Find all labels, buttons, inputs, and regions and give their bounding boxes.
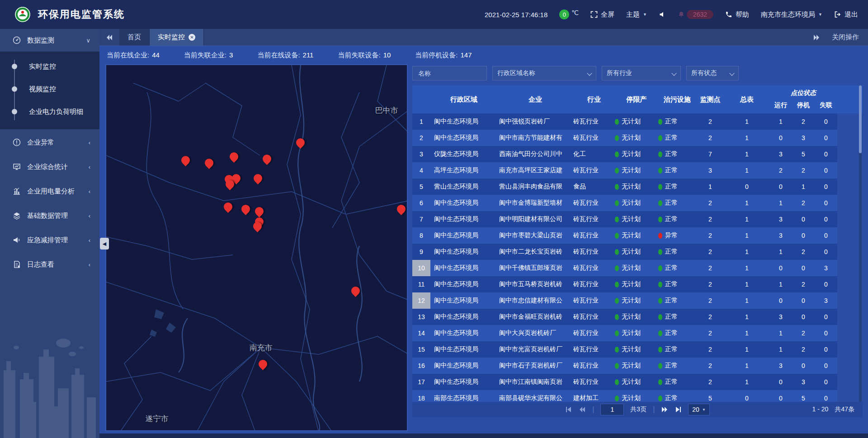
region-cell: 阆中生态环境局 [430,211,497,227]
first-page-button[interactable] [565,406,572,413]
region-select[interactable]: 行政区域名称 [492,66,596,80]
prev-page-button[interactable] [579,406,586,413]
theme-dropdown[interactable]: 主题▼ [626,10,647,19]
points-cell: 2 [696,325,724,341]
notification-count-badge: 2632 [687,10,713,19]
page-number-input[interactable] [600,404,624,415]
map-collapse-button[interactable]: ◀ [100,238,109,250]
next-page-button[interactable] [661,406,668,413]
table-row[interactable]: 10阆中生态环境局阆中千佛镇五郎垭页岩砖瓦行业无计划正常21003 [412,260,837,276]
offline-cell: 0 [815,113,837,130]
sidebar-item[interactable]: 企业综合统计‹ [0,155,99,178]
region-cell: 阆中生态环境局 [430,292,497,309]
sidebar-item[interactable]: 企业异常‹ [0,131,99,154]
company-cell: 阆中明阳建材有限公司 [497,211,573,227]
region-cell: 阆中生态环境局 [430,113,497,130]
running-cell: 0 [769,260,792,276]
tab-item[interactable]: 实时监控✕ [150,29,204,46]
table-row[interactable]: 13阆中生态环境局阆中市金福旺页岩机砖砖瓦行业无计划正常21300 [412,309,837,325]
status-dot-icon [615,265,619,271]
notification-area[interactable]: 2632 [678,10,713,19]
logout-button[interactable]: 退出 [834,10,858,19]
name-search-field[interactable] [417,69,482,77]
production-status-cell: 无计划 [615,113,658,130]
facility-status-cell: 正常 [658,276,696,292]
sidebar-item[interactable]: 企业用电量分析‹ [0,180,99,203]
status-select[interactable]: 所有状态 [686,66,739,80]
table-row[interactable]: 15阆中生态环境局阆中市光富页岩机砖厂砖瓦行业无计划正常21120 [412,341,837,358]
map-canvas[interactable]: 巴中市南充市遂宁市 [105,64,408,431]
last-page-button[interactable] [675,406,682,413]
table-row[interactable]: 4高坪生态环境局南充市高坪区王家店建砖瓦行业无计划正常31220 [412,162,837,179]
production-status-cell: 无计划 [615,374,658,390]
industry-select[interactable]: 所有行业 [602,66,681,80]
row-number-cell: 5 [412,179,430,195]
sidebar-item[interactable]: 日志查看‹ [0,253,99,276]
company-cell: 南充市高坪区王家店建 [497,162,573,179]
table-row[interactable]: 9阆中生态环境局阆中市二龙长宝页岩砖砖瓦行业无计划正常21120 [412,244,837,260]
table-row[interactable]: 16阆中生态环境局阆中市石子页岩机砖厂砖瓦行业无计划正常21300 [412,358,837,374]
meters-cell: 1 [724,146,769,162]
stat-item: 当前失联设备:10 [338,51,391,60]
production-status-label: 无计划 [622,394,641,402]
table-row[interactable]: 11阆中生态环境局阆中市五马桥页岩机砖砖瓦行业无计划正常21120 [412,276,837,292]
close-operations-button[interactable]: 关闭操作 [832,33,859,42]
mute-button[interactable] [659,11,666,18]
table-row[interactable]: 7阆中生态环境局阆中明阳建材有限公司砖瓦行业无计划正常21300 [412,211,837,227]
status-dot-icon [615,396,619,401]
tabs-scroll-left-button[interactable] [99,29,119,46]
divider: | [592,405,594,414]
table-row[interactable]: 18南部生态环境局南部县砚华水泥有限公建材加工无计划正常50050 [412,390,837,402]
stopped-cell: 1 [792,179,815,195]
sidebar-item[interactable]: 基础数据管理‹ [0,204,99,227]
sidebar-item[interactable]: 数据监测∨ [0,29,99,52]
industry-cell: 砖瓦行业 [573,309,615,325]
stopped-cell: 0 [792,227,815,244]
sidebar-subitem-active[interactable]: 实时监控 [0,55,99,78]
fullscreen-button[interactable]: 全屏 [590,10,614,19]
page-size-select[interactable]: 20▼ [688,404,710,415]
stat-value: 147 [461,51,472,60]
points-cell: 2 [696,113,724,130]
offline-cell: 3 [815,292,837,309]
last-page-icon [675,406,682,413]
status-dot-icon [658,379,662,385]
tabs-scroll-right-button[interactable] [813,34,820,41]
tab-close-icon[interactable]: ✕ [189,34,195,41]
status-dot-icon [658,200,662,206]
table-row[interactable]: 6阆中生态环境局阆中市金博瑞新型墙材砖瓦行业无计划正常21120 [412,195,837,211]
org-dropdown[interactable]: 南充市生态环境局▼ [761,10,822,19]
table-row[interactable]: 17阆中生态环境局阆中市江南镇阆南页岩砖瓦行业无计划正常21030 [412,374,837,390]
app-title: 环保用电监管系统 [38,8,125,21]
name-search-input[interactable] [412,66,487,80]
temperature-unit: ℃ [571,9,579,16]
stopped-cell: 2 [792,244,815,260]
table-row[interactable]: 14阆中生态环境局阆中大兴页岩机砖厂砖瓦行业无计划正常21120 [412,325,837,341]
company-cell: 西南油气田分公司川中 [497,146,573,162]
chevron-down-icon [671,71,676,75]
table-row[interactable]: 2阆中生态环境局阆中市南方节能建材有砖瓦行业无计划正常21030 [412,130,837,146]
sidebar-subitem[interactable]: 企业电力负荷明细 [0,100,99,123]
meters-cell: 1 [724,113,769,130]
table-row[interactable]: 1阆中生态环境局阆中强锐页岩砖厂砖瓦行业无计划正常21120 [412,113,837,130]
table-row[interactable]: 3仪陇生态环境局西南油气田分公司川中化工无计划正常71350 [412,146,837,162]
scrollbar-thumb[interactable] [859,85,862,153]
production-status-label: 无计划 [622,264,641,272]
sidebar-item-label: 企业异常 [27,138,89,147]
running-cell: 0 [769,292,792,309]
facility-status-cell: 正常 [658,341,696,358]
tab-item[interactable]: 首页 [119,29,150,46]
help-button[interactable]: 帮助 [725,10,749,19]
stat-label: 当前失联设备: [338,51,380,60]
pagination-range: 1 - 20共47条 [812,405,854,414]
sidebar-subitem[interactable]: 视频监控 [0,78,99,100]
industry-cell: 砖瓦行业 [573,162,615,179]
enterprise-panel: 行政区域名称 所有行业 所有状态 行政区域 企业 行业 停限产 治污设施 监测点… [412,64,863,431]
table-scrollbar[interactable] [859,85,862,402]
offline-cell: 0 [815,179,837,195]
chevron-left-icon: ‹ [89,237,90,244]
table-row[interactable]: 8阆中生态环境局阆中市枣碧大梁山页岩砖瓦行业无计划异常21300 [412,227,837,244]
table-row[interactable]: 12阆中生态环境局阆中市忠信建材有限公砖瓦行业无计划正常21003 [412,292,837,309]
sidebar-item[interactable]: 应急减排管理‹ [0,229,99,251]
table-row[interactable]: 5营山生态环境局营山县润丰肉食品有限食品无计划正常10010 [412,179,837,195]
